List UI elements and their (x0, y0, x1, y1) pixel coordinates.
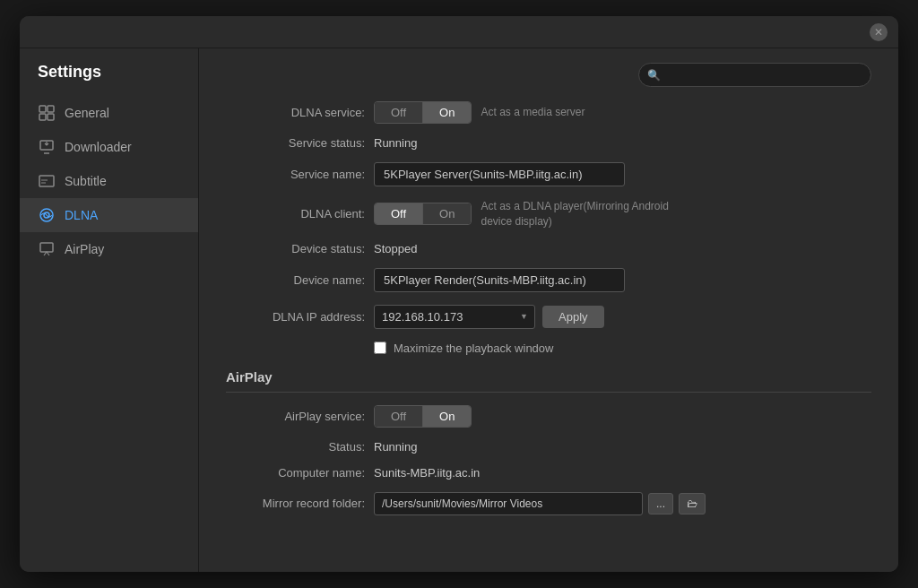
browse-button[interactable]: ... (648, 493, 673, 514)
dlna-client-off-btn[interactable]: Off (375, 203, 423, 224)
device-status-row: Device status: Stopped (226, 242, 871, 255)
airplay-service-label: AirPlay service: (226, 410, 365, 423)
apply-button[interactable]: Apply (542, 306, 604, 328)
general-label: General (65, 106, 109, 120)
service-name-input[interactable] (374, 162, 625, 186)
downloader-icon (38, 138, 56, 156)
maximize-row: Maximize the playback window (226, 342, 871, 355)
ip-select[interactable]: 192.168.10.173 (374, 305, 535, 329)
computer-name-row: Computer name: Sunits-MBP.iitg.ac.in (226, 466, 871, 480)
device-status-value: Stopped (374, 242, 417, 255)
airplay-icon (38, 240, 56, 258)
dlna-client-hint: Act as a DLNA player(Mirroring Android d… (481, 199, 678, 229)
svg-rect-1 (48, 106, 54, 112)
svg-rect-0 (39, 106, 46, 112)
maximize-label: Maximize the playback window (394, 342, 553, 355)
dlna-service-on-btn[interactable]: On (423, 102, 471, 123)
dlna-client-on-btn[interactable]: On (423, 203, 471, 224)
sidebar-item-subtitle[interactable]: Subtitle (20, 164, 198, 198)
dlna-service-hint: Act as a media server (481, 105, 585, 120)
ip-select-container: 192.168.10.173 (374, 305, 535, 329)
dlna-service-off-btn[interactable]: Off (375, 102, 423, 123)
sidebar-item-downloader[interactable]: Downloader (20, 130, 198, 164)
mirror-folder-row: Mirror record folder: ... 🗁 (226, 492, 871, 515)
airplay-service-row: AirPlay service: Off On (226, 405, 871, 428)
dlna-service-row: DLNA service: Off On Act as a media serv… (226, 101, 871, 124)
device-status-label: Device status: (226, 242, 365, 255)
subtitle-icon (38, 172, 56, 190)
dlna-client-row: DLNA client: Off On Act as a DLNA player… (226, 199, 871, 229)
general-icon (38, 104, 56, 122)
airplay-status-label: Status: (226, 440, 365, 454)
service-name-row: Service name: (226, 162, 871, 186)
search-input[interactable] (638, 63, 871, 87)
content-area: Settings General (20, 48, 898, 572)
airplay-service-off-btn[interactable]: Off (375, 406, 423, 427)
airplay-section: AirPlay AirPlay service: Off On Status: … (226, 369, 871, 515)
svg-rect-2 (39, 114, 46, 120)
computer-name-value: Sunits-MBP.iitg.ac.in (374, 466, 480, 480)
device-name-row: Device name: (226, 268, 871, 292)
settings-window: ✕ Settings General (20, 16, 898, 572)
airplay-section-title: AirPlay (226, 369, 871, 393)
svg-rect-3 (48, 114, 54, 120)
airplay-status-value: Running (374, 440, 417, 454)
search-wrap: 🔍 (638, 63, 871, 87)
sidebar-item-airplay[interactable]: AirPlay (20, 232, 198, 266)
airplay-label: AirPlay (65, 242, 104, 256)
dlna-ip-label: DLNA IP address: (226, 310, 365, 324)
ip-select-wrap: 192.168.10.173 Apply (374, 305, 604, 329)
svg-rect-8 (40, 243, 53, 252)
service-status-row: Service status: Running (226, 136, 871, 150)
main-panel: 🔍 DLNA service: Off On Act as a media se… (199, 48, 898, 572)
search-icon: 🔍 (647, 69, 661, 82)
dlna-service-label: DLNA service: (226, 106, 365, 119)
device-name-input[interactable] (374, 268, 625, 292)
dlna-service-toggle: Off On (374, 101, 472, 124)
airplay-status-row: Status: Running (226, 440, 871, 454)
computer-name-label: Computer name: (226, 466, 365, 480)
open-folder-button[interactable]: 🗁 (679, 493, 706, 514)
titlebar: ✕ (20, 16, 898, 48)
device-name-label: Device name: (226, 273, 365, 287)
search-bar: 🔍 (226, 63, 871, 87)
folder-path-input[interactable] (374, 492, 643, 515)
svg-rect-5 (39, 176, 54, 186)
service-status-value: Running (374, 136, 417, 150)
folder-input-wrap: ... 🗁 (374, 492, 706, 515)
settings-title: Settings (20, 63, 198, 96)
service-name-label: Service name: (226, 168, 365, 181)
airplay-service-on-btn[interactable]: On (423, 406, 471, 427)
subtitle-label: Subtitle (65, 174, 107, 188)
downloader-label: Downloader (65, 140, 132, 154)
sidebar-item-dlna[interactable]: DLNA (20, 198, 198, 232)
maximize-checkbox[interactable] (374, 342, 386, 354)
sidebar: Settings General (20, 48, 199, 572)
dlna-icon (38, 206, 56, 224)
dlna-label: DLNA (65, 208, 98, 222)
airplay-service-toggle: Off On (374, 405, 472, 428)
dlna-ip-row: DLNA IP address: 192.168.10.173 Apply (226, 305, 871, 329)
dlna-client-toggle: Off On (374, 203, 472, 225)
mirror-folder-label: Mirror record folder: (226, 497, 365, 510)
close-button[interactable]: ✕ (870, 23, 888, 41)
service-status-label: Service status: (226, 136, 365, 150)
sidebar-item-general[interactable]: General (20, 96, 198, 130)
dlna-client-label: DLNA client: (226, 207, 365, 220)
